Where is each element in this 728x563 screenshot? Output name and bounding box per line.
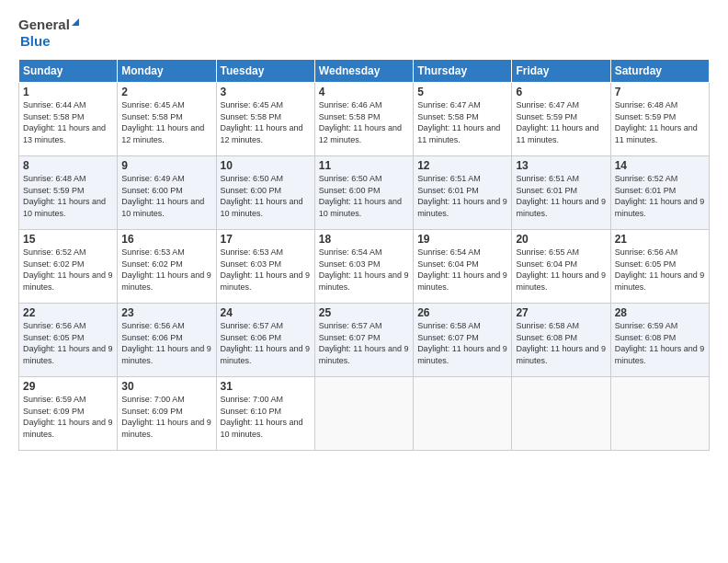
calendar-cell: 17Sunrise: 6:53 AMSunset: 6:03 PMDayligh… bbox=[216, 230, 314, 304]
day-header-thursday: Thursday bbox=[414, 60, 512, 83]
calendar-cell bbox=[610, 377, 709, 451]
day-info: Sunrise: 6:56 AMSunset: 6:05 PMDaylight:… bbox=[23, 320, 113, 366]
day-number: 5 bbox=[417, 86, 507, 98]
day-number: 1 bbox=[23, 86, 113, 98]
calendar-cell: 24Sunrise: 6:57 AMSunset: 6:06 PMDayligh… bbox=[216, 304, 314, 377]
day-info: Sunrise: 6:56 AMSunset: 6:06 PMDaylight:… bbox=[121, 320, 211, 366]
calendar-cell: 27Sunrise: 6:58 AMSunset: 6:08 PMDayligh… bbox=[512, 304, 610, 377]
calendar-cell: 6Sunrise: 6:47 AMSunset: 5:59 PMDaylight… bbox=[512, 83, 610, 156]
day-info: Sunrise: 6:57 AMSunset: 6:06 PMDaylight:… bbox=[221, 320, 311, 366]
day-info: Sunrise: 6:48 AMSunset: 5:59 PMDaylight:… bbox=[23, 173, 113, 219]
calendar-cell: 13Sunrise: 6:51 AMSunset: 6:01 PMDayligh… bbox=[512, 156, 610, 230]
day-number: 24 bbox=[221, 306, 311, 319]
day-number: 20 bbox=[516, 233, 606, 246]
day-info: Sunrise: 6:47 AMSunset: 5:59 PMDaylight:… bbox=[516, 99, 606, 145]
calendar-cell: 3Sunrise: 6:45 AMSunset: 5:58 PMDaylight… bbox=[216, 83, 314, 156]
calendar-cell: 28Sunrise: 6:59 AMSunset: 6:08 PMDayligh… bbox=[610, 304, 709, 377]
calendar-cell: 8Sunrise: 6:48 AMSunset: 5:59 PMDaylight… bbox=[19, 156, 118, 230]
calendar-page: General Blue SundayMondayTuesdayWednesda… bbox=[0, 0, 728, 563]
day-number: 29 bbox=[23, 380, 113, 393]
day-info: Sunrise: 6:44 AMSunset: 5:58 PMDaylight:… bbox=[23, 99, 113, 145]
calendar-cell: 26Sunrise: 6:58 AMSunset: 6:07 PMDayligh… bbox=[414, 304, 512, 377]
day-number: 30 bbox=[121, 380, 211, 393]
day-number: 6 bbox=[516, 86, 606, 98]
day-number: 25 bbox=[319, 306, 409, 319]
logo-blue-text: Blue bbox=[20, 33, 51, 49]
day-info: Sunrise: 6:45 AMSunset: 5:58 PMDaylight:… bbox=[221, 99, 311, 145]
day-info: Sunrise: 6:52 AMSunset: 6:02 PMDaylight:… bbox=[23, 247, 113, 293]
day-info: Sunrise: 6:54 AMSunset: 6:03 PMDaylight:… bbox=[319, 247, 409, 293]
calendar-cell: 30Sunrise: 7:00 AMSunset: 6:09 PMDayligh… bbox=[118, 377, 216, 451]
day-number: 19 bbox=[417, 233, 507, 246]
calendar-cell: 18Sunrise: 6:54 AMSunset: 6:03 PMDayligh… bbox=[314, 230, 413, 304]
day-header-wednesday: Wednesday bbox=[314, 60, 413, 83]
day-info: Sunrise: 6:59 AMSunset: 6:08 PMDaylight:… bbox=[615, 320, 705, 366]
day-info: Sunrise: 6:48 AMSunset: 5:59 PMDaylight:… bbox=[615, 99, 705, 145]
day-info: Sunrise: 6:57 AMSunset: 6:07 PMDaylight:… bbox=[319, 320, 409, 366]
day-info: Sunrise: 6:53 AMSunset: 6:03 PMDaylight:… bbox=[221, 247, 311, 293]
day-number: 12 bbox=[417, 159, 507, 172]
day-header-monday: Monday bbox=[118, 60, 216, 83]
day-number: 18 bbox=[319, 233, 409, 246]
day-info: Sunrise: 6:49 AMSunset: 6:00 PMDaylight:… bbox=[121, 173, 211, 219]
day-info: Sunrise: 7:00 AMSunset: 6:09 PMDaylight:… bbox=[121, 394, 211, 440]
calendar-cell: 15Sunrise: 6:52 AMSunset: 6:02 PMDayligh… bbox=[19, 230, 118, 304]
logo-general-text: General bbox=[18, 17, 70, 32]
day-number: 11 bbox=[319, 159, 409, 172]
calendar-cell: 10Sunrise: 6:50 AMSunset: 6:00 PMDayligh… bbox=[216, 156, 314, 230]
calendar-table: SundayMondayTuesdayWednesdayThursdayFrid… bbox=[18, 59, 710, 451]
logo-combined: General bbox=[18, 17, 74, 33]
day-info: Sunrise: 6:53 AMSunset: 6:02 PMDaylight:… bbox=[121, 247, 211, 293]
day-info: Sunrise: 6:46 AMSunset: 5:58 PMDaylight:… bbox=[319, 99, 409, 145]
calendar-cell: 1Sunrise: 6:44 AMSunset: 5:58 PMDaylight… bbox=[19, 83, 118, 156]
calendar-cell: 23Sunrise: 6:56 AMSunset: 6:06 PMDayligh… bbox=[118, 304, 216, 377]
calendar-cell: 14Sunrise: 6:52 AMSunset: 6:01 PMDayligh… bbox=[610, 156, 709, 230]
day-info: Sunrise: 6:51 AMSunset: 6:01 PMDaylight:… bbox=[516, 173, 606, 219]
day-number: 16 bbox=[121, 233, 211, 246]
day-number: 8 bbox=[23, 159, 113, 172]
day-number: 13 bbox=[516, 159, 606, 172]
day-header-sunday: Sunday bbox=[19, 60, 118, 83]
day-number: 26 bbox=[417, 306, 507, 319]
day-number: 3 bbox=[221, 86, 311, 98]
calendar-cell: 7Sunrise: 6:48 AMSunset: 5:59 PMDaylight… bbox=[610, 83, 709, 156]
calendar-cell bbox=[414, 377, 512, 451]
calendar-cell bbox=[512, 377, 610, 451]
day-info: Sunrise: 6:55 AMSunset: 6:04 PMDaylight:… bbox=[516, 247, 606, 293]
day-header-friday: Friday bbox=[512, 60, 610, 83]
calendar-cell: 12Sunrise: 6:51 AMSunset: 6:01 PMDayligh… bbox=[414, 156, 512, 230]
calendar-cell: 2Sunrise: 6:45 AMSunset: 5:58 PMDaylight… bbox=[118, 83, 216, 156]
day-info: Sunrise: 6:51 AMSunset: 6:01 PMDaylight:… bbox=[417, 173, 507, 219]
calendar-cell bbox=[314, 377, 413, 451]
day-info: Sunrise: 6:54 AMSunset: 6:04 PMDaylight:… bbox=[417, 247, 507, 293]
day-number: 23 bbox=[121, 306, 211, 319]
day-number: 9 bbox=[121, 159, 211, 172]
day-number: 15 bbox=[23, 233, 113, 246]
day-number: 10 bbox=[221, 159, 311, 172]
calendar-cell: 25Sunrise: 6:57 AMSunset: 6:07 PMDayligh… bbox=[314, 304, 413, 377]
day-number: 21 bbox=[615, 233, 705, 246]
calendar-cell: 31Sunrise: 7:00 AMSunset: 6:10 PMDayligh… bbox=[216, 377, 314, 451]
logo: General Blue bbox=[18, 17, 74, 50]
calendar-cell: 20Sunrise: 6:55 AMSunset: 6:04 PMDayligh… bbox=[512, 230, 610, 304]
calendar-cell: 29Sunrise: 6:59 AMSunset: 6:09 PMDayligh… bbox=[19, 377, 118, 451]
day-number: 7 bbox=[615, 86, 705, 98]
day-number: 31 bbox=[221, 380, 311, 393]
day-number: 14 bbox=[615, 159, 705, 172]
header: General Blue bbox=[18, 17, 710, 50]
day-info: Sunrise: 6:47 AMSunset: 5:58 PMDaylight:… bbox=[417, 99, 507, 145]
day-number: 2 bbox=[121, 86, 211, 98]
calendar-cell: 4Sunrise: 6:46 AMSunset: 5:58 PMDaylight… bbox=[314, 83, 413, 156]
calendar-cell: 21Sunrise: 6:56 AMSunset: 6:05 PMDayligh… bbox=[610, 230, 709, 304]
day-number: 22 bbox=[23, 306, 113, 319]
calendar-cell: 11Sunrise: 6:50 AMSunset: 6:00 PMDayligh… bbox=[314, 156, 413, 230]
calendar-cell: 16Sunrise: 6:53 AMSunset: 6:02 PMDayligh… bbox=[118, 230, 216, 304]
day-info: Sunrise: 6:58 AMSunset: 6:07 PMDaylight:… bbox=[417, 320, 507, 366]
day-header-tuesday: Tuesday bbox=[216, 60, 314, 83]
day-info: Sunrise: 7:00 AMSunset: 6:10 PMDaylight:… bbox=[221, 394, 311, 440]
day-info: Sunrise: 6:58 AMSunset: 6:08 PMDaylight:… bbox=[516, 320, 606, 366]
day-info: Sunrise: 6:56 AMSunset: 6:05 PMDaylight:… bbox=[615, 247, 705, 293]
day-number: 27 bbox=[516, 306, 606, 319]
day-number: 4 bbox=[319, 86, 409, 98]
day-number: 17 bbox=[221, 233, 311, 246]
